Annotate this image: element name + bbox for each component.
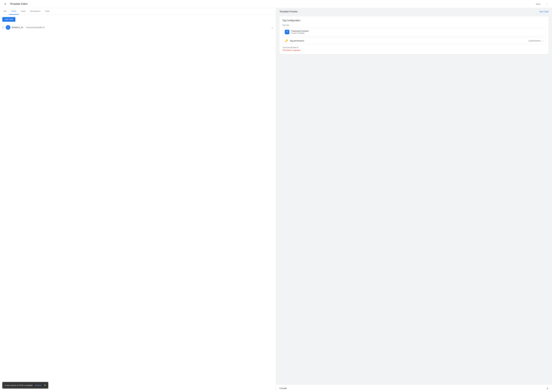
tab-code[interactable]: Code <box>19 8 28 15</box>
chevron-right-icon: › <box>542 39 543 42</box>
permissions-row[interactable]: 🔑 Tag permissions 2 permissions › <box>282 37 546 44</box>
tag-type-label: Tag Type <box>282 24 546 26</box>
field-expand-button[interactable]: ⌄ <box>271 26 274 29</box>
close-icon: ✕ <box>4 2 7 6</box>
field-name: BUNDLE_ID <box>12 26 23 28</box>
tab-permissions[interactable]: Permissions <box>28 8 43 15</box>
permissions-count: 2 permissions <box>528 40 541 42</box>
drag-dot <box>2 27 3 28</box>
drag-handle[interactable] <box>2 26 4 29</box>
toast-refresh-button[interactable]: Refresh <box>35 384 42 386</box>
drag-dot <box>4 26 4 27</box>
bundle-required-text: This field is required. <box>282 49 546 51</box>
toast-close-button[interactable]: ✕ <box>44 384 46 387</box>
left-panel: Info Fields Code Permissions Tests Add F… <box>0 8 276 392</box>
tag-type-row[interactable]: T Transcend Consent Custom Template <box>282 28 546 36</box>
main-layout: Info Fields Code Permissions Tests Add F… <box>0 8 552 392</box>
preview-title: Template Preview <box>279 10 298 13</box>
tag-type-info: Transcend Consent Custom Template <box>291 30 543 34</box>
key-icon: 🔑 <box>285 39 288 42</box>
add-field-button[interactable]: Add Field <box>2 17 15 22</box>
close-button[interactable]: ✕ <box>2 1 8 7</box>
preview-content: Tag Configuration Tag Type T Transcend C… <box>276 15 552 384</box>
permissions-label: Tag permissions <box>290 40 527 42</box>
preview-header: Template Preview Run Code <box>276 8 552 15</box>
right-panel: Template Preview Run Code Tag Configurat… <box>276 8 552 392</box>
drag-dot <box>2 28 3 29</box>
tag-type-icon: T <box>285 30 289 34</box>
tag-type-name: Transcend Consent <box>291 30 543 32</box>
toast-close-icon: ✕ <box>44 384 46 387</box>
bundle-id-label: Transcend Bundle ID <box>282 47 546 49</box>
toast-message: A new version of GTM is available <box>5 384 33 386</box>
tab-bar: Info Fields Code Permissions Tests <box>0 8 276 15</box>
save-button[interactable]: Save <box>534 2 543 6</box>
console-collapse-button[interactable]: ∧ <box>546 386 549 390</box>
field-icon: Tr <box>6 25 10 30</box>
field-row: Tr BUNDLE_ID Transcend Bundle ID ⌄ <box>2 24 274 31</box>
bundle-id-section: Transcend Bundle ID This field is requir… <box>282 47 546 51</box>
more-menu-button[interactable]: ⋮ <box>544 1 550 7</box>
drag-dot <box>2 26 3 27</box>
tag-configuration-card: Tag Configuration Tag Type T Transcend C… <box>279 16 549 54</box>
tab-tests[interactable]: Tests <box>43 8 52 15</box>
chevron-down-icon: ⌄ <box>271 26 274 29</box>
console-area: Console ∧ <box>276 384 552 392</box>
tab-info[interactable]: Info <box>1 8 9 15</box>
fields-content: Add Field Tr BUNDLE_ID <box>0 15 276 392</box>
drag-dot <box>4 28 4 29</box>
more-icon: ⋮ <box>545 2 548 6</box>
tab-fields[interactable]: Fields <box>9 8 19 15</box>
tag-type-sub: Custom Template <box>291 32 543 34</box>
chevron-up-icon: ∧ <box>546 387 549 390</box>
config-card-title: Tag Configuration <box>282 19 546 22</box>
page-title: Template Editor <box>10 2 28 6</box>
app-header: ✕ Template Editor Save ⋮ <box>0 0 552 8</box>
field-label: Transcend Bundle ID <box>26 26 44 28</box>
console-label: Console <box>279 387 287 389</box>
toast-notification: A new version of GTM is available Refres… <box>2 382 48 389</box>
drag-dot <box>4 27 4 28</box>
run-code-button[interactable]: Run Code <box>539 10 549 13</box>
